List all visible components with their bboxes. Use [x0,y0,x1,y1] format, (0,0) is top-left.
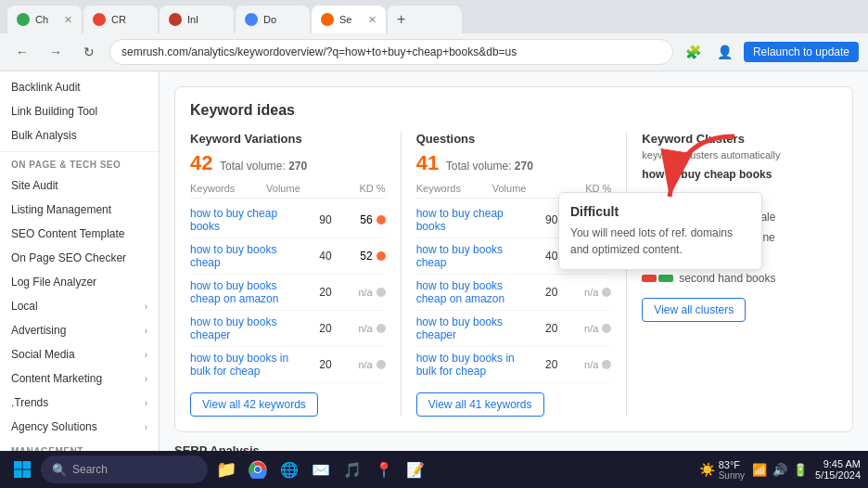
refresh-button[interactable]: ↻ [76,39,102,65]
tab-ch[interactable]: Ch ✕ [7,6,82,33]
backlink-audit-label: Backlink Audit [11,81,81,94]
profile-button[interactable]: 👤 [712,39,738,65]
tab-inl[interactable]: Inl [160,6,234,33]
kd-dot [602,360,611,369]
taskbar-system-icons: 📶 🔊 🔋 [752,463,808,477]
advertising-label: Advertising [11,324,66,337]
sidebar-item-local[interactable]: Local › [0,294,159,318]
sidebar-item-content-marketing[interactable]: Content Marketing › [0,366,159,391]
seo-content-template-label: SEO Content Template [11,227,125,240]
taskbar-app-chrome[interactable] [243,455,273,484]
taskbar-app-spotify[interactable]: 🎵 [338,455,367,484]
kd-value: 52 [360,250,372,263]
kd-na: n/a [358,359,372,370]
view-all-variations-button[interactable]: View all 42 keywords [190,392,318,417]
keyword-link[interactable]: how to buy books cheap [416,243,530,269]
extensions-button[interactable]: 🧩 [681,39,707,65]
chrome-icon [249,460,267,479]
clock-date: 5/15/2024 [815,469,861,481]
forward-button[interactable]: → [43,39,69,65]
kd-dot [377,251,386,261]
tab-new[interactable]: + [388,6,462,33]
kd-dot [377,360,386,369]
address-bar[interactable] [109,39,673,65]
back-button[interactable]: ← [9,39,35,65]
table-row: how to buy cheap books 90 56 [190,202,386,238]
taskbar-app-file-explorer[interactable]: 📁 [211,455,241,484]
log-file-analyzer-label: Log File Analyzer [11,276,96,289]
new-tab-icon: + [397,11,405,28]
tab-bar: Ch ✕ CR Inl Do Se ✕ + [0,0,868,33]
taskbar-app-maps[interactable]: 📍 [369,455,399,484]
table-row: how to buy books cheaper 20 n/a [416,311,612,347]
keyword-kd: n/a [565,287,611,298]
taskbar-app-word[interactable]: 📝 [401,455,430,484]
variations-col-title: Keyword Variations [190,132,386,146]
cluster-item-label: second hand books [679,272,775,285]
sidebar-item-link-building[interactable]: Link Building Tool [0,99,159,123]
keyword-link[interactable]: how to buy books cheap [190,243,304,269]
taskbar-app-mail[interactable]: ✉️ [306,455,336,484]
chevron-right-icon: › [145,302,147,312]
header-volume: Volume [266,183,300,194]
kd-dot [377,288,386,297]
tooltip-text: You will need lots of ref. domains and o… [570,225,750,258]
taskbar-clock: 9:45 AM 5/15/2024 [815,458,861,481]
serp-analysis-title: SERP Analysis [174,443,853,451]
tab-do[interactable]: Do [236,6,310,33]
chevron-right-icon: › [145,374,147,384]
section-management: MANAGEMENT [0,439,159,451]
browser-chrome: Ch ✕ CR Inl Do Se ✕ + ← → ↻ 🧩 � [0,0,868,71]
taskbar-left: 🔍 Search 📁 🌐 ✉️ 🎵 📍 📝 [7,455,430,484]
sidebar-item-seo-content-template[interactable]: SEO Content Template [0,222,159,246]
keyword-volume: 20 [304,358,332,371]
tab-label-do: Do [263,14,276,25]
section-title: Keyword ideas [190,102,837,119]
tab-close-ch[interactable]: ✕ [64,14,72,26]
browser-actions: 🧩 👤 Relaunch to update [681,39,859,65]
keyword-link[interactable]: how to buy books in bulk for cheap [190,352,304,378]
kd-dot [377,215,386,225]
cluster-bar-second-hand [642,275,673,282]
keyword-volume: 20 [530,358,557,371]
sidebar-item-log-file-analyzer[interactable]: Log File Analyzer [0,270,159,294]
keyword-link[interactable]: how to buy books cheaper [190,315,304,341]
sidebar-item-backlink-audit[interactable]: Backlink Audit [0,75,159,99]
tab-close-se[interactable]: ✕ [368,14,377,26]
kd-na: n/a [584,323,598,334]
view-all-clusters-button[interactable]: View all clusters [642,298,746,322]
sidebar-item-agency-solutions[interactable]: Agency Solutions › [0,415,159,439]
sidebar-item-listing-management[interactable]: Listing Management [0,198,159,222]
weather-icon: ☀️ [699,462,715,477]
keyword-kd: n/a [339,323,386,334]
keyword-link[interactable]: how to buy books cheaper [416,315,530,341]
sidebar-item-site-audit[interactable]: Site Audit [0,173,159,198]
tab-se[interactable]: Se ✕ [312,6,386,33]
start-button[interactable] [7,455,37,484]
tab-cr[interactable]: CR [83,6,158,33]
main-layout: Backlink Audit Link Building Tool Bulk A… [0,71,868,451]
keyword-link[interactable]: how to buy cheap books [190,207,304,233]
keyword-link[interactable]: how to buy books cheap on amazon [416,279,530,305]
sidebar-item-on-page-checker[interactable]: On Page SEO Checker [0,246,159,270]
sidebar-item-bulk-analysis[interactable]: Bulk Analysis [0,123,159,148]
keyword-link[interactable]: how to buy books cheap on amazon [190,279,304,305]
taskbar-app-edge[interactable]: 🌐 [274,455,304,484]
view-all-questions-button[interactable]: View all 41 keywords [416,392,544,417]
keyword-volume: 20 [304,286,332,299]
local-label: Local [11,300,38,313]
windows-icon [13,460,32,479]
tab-icon-inl [169,13,182,26]
keyword-link[interactable]: how to buy cheap books [416,207,530,233]
questions-volume: Total volume: 270 [446,160,533,173]
keyword-kd: n/a [565,359,611,370]
sidebar-item-social-media[interactable]: Social Media › [0,342,159,366]
relaunch-button[interactable]: Relaunch to update [744,42,859,62]
sidebar-item-trends[interactable]: .Trends › [0,391,159,415]
taskbar-search[interactable]: 🔍 Search [41,456,208,483]
chevron-right-icon: › [145,326,147,336]
bar-seg [658,275,673,282]
sidebar-item-advertising[interactable]: Advertising › [0,318,159,342]
keyword-link[interactable]: how to buy books in bulk for cheap [416,352,530,378]
tab-icon-cr [93,13,106,26]
